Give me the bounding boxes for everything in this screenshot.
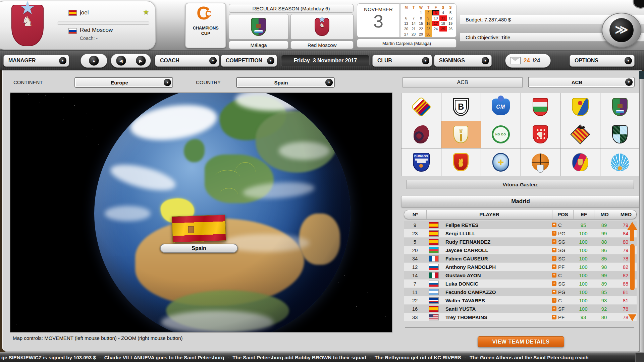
player-name: Fabien CAUSEUR [441, 256, 552, 261]
player-row[interactable]: 33Trey THOMPKINS+PF938078 [404, 313, 637, 321]
menu-club-button[interactable]: CLUB ▼ [372, 55, 432, 67]
home-button[interactable]: ▲ [89, 56, 99, 66]
player-name: Walter TAVARES [441, 298, 552, 303]
team-logo-cell-madrid-crest[interactable] [441, 121, 481, 148]
team-logo-cell-ram-crest[interactable] [401, 121, 441, 148]
col-number: Nº [404, 210, 426, 219]
team-logo-cell-gran-canaria-crest[interactable] [560, 93, 600, 121]
checkered-crest-icon [612, 125, 628, 143]
scrollbar-thumb[interactable] [630, 244, 635, 290]
fixture-away-logo-cell[interactable]: ★ ♞ [290, 14, 354, 40]
team-logo-cell-tenerife-crest[interactable] [481, 148, 521, 176]
player-row[interactable]: 14Gustavo AYON+C1009982 [404, 271, 637, 279]
team-logo-cell-fuenlabrada-crest[interactable] [521, 93, 560, 121]
country-marker-label[interactable]: Spain [160, 244, 238, 253]
player-row[interactable]: 34Fabien CAUSEUR+SG1008578 [404, 254, 637, 262]
player-row[interactable]: 7Luka DONCIC+SG1008985 [404, 280, 637, 288]
ticker-separator: - [366, 355, 375, 360]
player-row[interactable]: 12Anthony RANDOLPH+PF1009882 [404, 263, 637, 271]
add-player-icon[interactable]: + [552, 315, 556, 319]
forward-button[interactable]: ▶ [136, 56, 146, 66]
team-logo-cell-burgos-crest[interactable]: BURGOS [401, 148, 441, 176]
calendar-weekday: S [447, 5, 454, 10]
player-number: 5 [404, 239, 426, 245]
player-row[interactable]: 16Santi YUSTA+SF1009276 [404, 305, 637, 313]
player-row[interactable]: 5Rudy FERNANDEZ+SG1008880 [404, 238, 637, 246]
add-player-icon[interactable]: + [552, 264, 556, 269]
team-logo-cell-sevilla-crest[interactable]: NO DO [481, 121, 521, 148]
add-player-icon[interactable]: + [552, 290, 556, 294]
menu-coach-button[interactable]: COACH ▼ [155, 55, 219, 67]
player-position-cell: +C [552, 298, 573, 303]
add-player-icon[interactable]: + [552, 239, 556, 244]
team-logo-cell-obradoiro-crest[interactable] [600, 148, 640, 176]
player-row[interactable]: 20Jaycee CARROLL+SG1008679 [404, 246, 637, 254]
player-mo-value: 98 [594, 264, 614, 270]
calendar-weekday: T [425, 5, 432, 10]
player-row[interactable]: 9Felipe REYES+C958979 [404, 221, 637, 229]
fixture-home-logo-cell[interactable] [229, 14, 288, 40]
add-player-icon[interactable]: + [552, 248, 556, 252]
scroll-down-icon[interactable] [628, 314, 636, 321]
team-logo-cell-zaragoza-crest[interactable] [441, 148, 481, 176]
mail-button[interactable]: 24 /24 [505, 54, 551, 68]
star [92, 129, 93, 129]
fixture-away-name: Red Moscow [290, 41, 354, 49]
team-logo-cell-barcelona-crest[interactable] [401, 93, 441, 121]
country-dropdown[interactable]: Spain ▼ [236, 77, 335, 88]
spain-flag-marker[interactable] [172, 215, 226, 243]
back-button[interactable]: ◀ [116, 56, 126, 66]
window-right-scrollbar[interactable] [639, 71, 644, 352]
world-map-viewport[interactable]: Spain [10, 93, 392, 333]
team-logo-cell-murcia-crest[interactable] [521, 121, 560, 148]
team-logo-cell-bilbao-crest[interactable]: B [441, 93, 481, 121]
add-player-icon[interactable]: + [552, 273, 556, 278]
add-player-icon[interactable]: + [552, 281, 556, 286]
cloud [108, 160, 178, 195]
add-player-icon[interactable]: + [552, 231, 556, 236]
corner-button[interactable] [633, 0, 644, 9]
player-position: SG [558, 239, 566, 245]
team-logo-cell-checkered-crest[interactable] [600, 121, 640, 148]
player-position: SG [558, 247, 566, 253]
menu-options-button[interactable]: OPTIONS ▼ [570, 55, 635, 67]
club-name: Red Moscow [80, 27, 113, 34]
add-player-icon[interactable]: + [552, 298, 556, 303]
scroll-up-stem[interactable] [630, 230, 634, 241]
player-ef-value: 100 [573, 281, 594, 287]
zaragoza-crest-icon [453, 153, 469, 171]
add-player-icon[interactable]: + [552, 223, 556, 227]
calendar-day: 2 [425, 10, 432, 15]
red-moscow-crest-icon: ★ ♞ [11, 5, 44, 46]
calendar-day: 17 [432, 21, 439, 26]
player-row[interactable]: 23Sergi LLULL+PG1009984 [404, 229, 637, 237]
player-ef-value: 100 [573, 231, 594, 236]
league-dropdown[interactable]: ACB ▼ [528, 77, 635, 87]
world-globe[interactable] [94, 93, 351, 333]
team-logo-cell-valencia-crest[interactable] [560, 121, 600, 148]
player-row[interactable]: 11Facundo CAMPAZZO+PG1008581 [404, 288, 637, 296]
continue-icon: ≫ [609, 18, 634, 42]
player-ef-value: 93 [573, 314, 594, 320]
continent-dropdown[interactable]: Europe ▼ [74, 77, 173, 88]
add-player-icon[interactable]: + [552, 256, 556, 261]
team-logo-cell-estudiantes-crest[interactable]: CM [481, 93, 521, 121]
view-team-details-button[interactable]: VIEW TEAM DETAILS [478, 336, 564, 347]
menu-competition-button[interactable]: COMPETITION ▼ [221, 55, 277, 67]
scroll-up-icon[interactable] [627, 222, 637, 230]
chevron-down-icon: ▼ [164, 79, 171, 86]
calendar-weekday: S [439, 5, 447, 10]
team-logo-cell-basketball-crest[interactable] [521, 148, 560, 176]
menu-signings-button[interactable]: SIGNINGS ▼ [434, 55, 492, 67]
add-player-icon[interactable]: + [552, 306, 556, 311]
continent-label: CONTINENT [13, 79, 43, 85]
calendar-day [432, 32, 439, 37]
menu-manager-button[interactable]: MANAGER ▼ [3, 55, 69, 67]
star [51, 327, 51, 327]
calendar-day: 13 [402, 21, 410, 26]
player-name: Luka DONCIC [441, 281, 552, 287]
team-logo-cell-andorra-crest[interactable] [560, 148, 600, 176]
team-logo-cell-malaga-crest[interactable] [600, 93, 640, 121]
player-row[interactable]: 22Walter TAVARES+C1009381 [404, 296, 637, 304]
continue-button[interactable]: ≫ [602, 13, 641, 48]
